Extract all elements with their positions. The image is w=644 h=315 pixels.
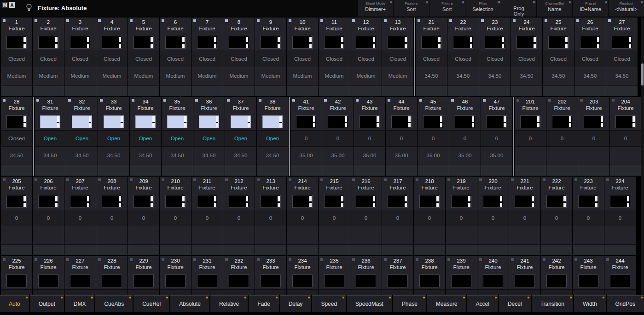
fixture-cell-38[interactable]: 38FixtureOpen34.50 xyxy=(257,97,288,176)
fixture-cell-232[interactable]: 232Fixture xyxy=(223,256,255,295)
fixture-cell-7[interactable]: 7FixtureClosedMedium xyxy=(191,17,223,96)
topbar-button-0[interactable]: Sheet ModeDimmer+ xyxy=(358,0,393,17)
fixture-cell-209[interactable]: 209Fixture0 xyxy=(128,177,159,255)
topbar-button-7[interactable]: Readout<Natural> xyxy=(609,0,644,17)
tab-auto[interactable]: Auto xyxy=(0,295,29,312)
fixture-cell-237[interactable]: 237Fixture xyxy=(382,256,413,295)
fixture-cell-31[interactable]: 31FixtureOpen34.50 xyxy=(35,97,66,176)
fixture-cell-34[interactable]: 34FixtureOpen34.50 xyxy=(130,97,161,176)
fixture-cell-25[interactable]: 25FixtureClosed34.50 xyxy=(543,17,574,96)
fixture-cell-37[interactable]: 37FixtureOpen34.50 xyxy=(225,97,256,176)
fixture-cell-229[interactable]: 229Fixture xyxy=(128,256,159,295)
fixture-cell-221[interactable]: 221Fixture0 xyxy=(509,177,540,255)
fixture-cell-47[interactable]: 47Fixture035.00 xyxy=(481,97,512,176)
tab-speedmast[interactable]: SpeedMast xyxy=(347,295,392,312)
fixture-cell-5[interactable]: 5FixtureClosedMedium xyxy=(128,17,159,96)
fixture-cell-212[interactable]: 212Fixture0 xyxy=(223,177,255,255)
tab-phase[interactable]: Phase xyxy=(393,295,426,312)
fixture-cell-243[interactable]: 243Fixture xyxy=(573,256,604,295)
fixture-cell-239[interactable]: 239Fixture xyxy=(446,256,477,295)
fixture-cell-46[interactable]: 46Fixture035.00 xyxy=(449,97,481,176)
fixture-cell-236[interactable]: 236Fixture xyxy=(350,256,382,295)
fixture-cell-21[interactable]: 21FixtureClosed34.50 xyxy=(416,17,447,96)
lamp-icon[interactable] xyxy=(26,3,32,12)
fixture-cell-222[interactable]: 222Fixture0 xyxy=(541,177,572,255)
topbar-button-6[interactable]: PresetID+Name xyxy=(573,0,608,17)
tab-relative[interactable]: Relative xyxy=(210,295,248,312)
fixture-cell-2[interactable]: 2FixtureClosedMedium xyxy=(33,17,64,96)
fixture-cell-226[interactable]: 226Fixture xyxy=(33,256,64,295)
fixture-cell-22[interactable]: 22FixtureClosed34.50 xyxy=(447,17,479,96)
fixture-cell-210[interactable]: 210Fixture0 xyxy=(160,177,191,255)
fixture-cell-3[interactable]: 3FixtureClosedMedium xyxy=(64,17,96,96)
fixture-cell-45[interactable]: 45Fixture035.00 xyxy=(418,97,449,176)
fixture-cell-234[interactable]: 234Fixture xyxy=(287,256,318,295)
fixture-cell-28[interactable]: 28FixtureClosed34.50 xyxy=(1,97,32,176)
tab-cueabs[interactable]: CueAbs xyxy=(95,295,133,312)
fixture-cell-230[interactable]: 230Fixture xyxy=(160,256,191,295)
tab-measure[interactable]: Measure xyxy=(427,295,466,312)
tab-decel[interactable]: Decel xyxy=(499,295,531,312)
fixture-cell-23[interactable]: 23FixtureClosed34.50 xyxy=(479,17,511,96)
fixture-cell-205[interactable]: 205Fixture0 xyxy=(1,177,32,255)
topbar-button-4[interactable]: Prog Only xyxy=(501,0,537,17)
fixture-cell-215[interactable]: 215Fixture0 xyxy=(319,177,350,255)
tab-transition[interactable]: Transition xyxy=(532,295,573,312)
topbar-button-3[interactable]: FilterSelection xyxy=(465,0,501,17)
tab-accel[interactable]: Accel xyxy=(467,295,498,312)
fixture-cell-235[interactable]: 235Fixture xyxy=(319,256,350,295)
fixture-cell-203[interactable]: 203Fixture0 xyxy=(578,97,609,176)
fixture-cell-43[interactable]: 43Fixture035.00 xyxy=(354,97,385,176)
fixture-cell-42[interactable]: 42Fixture035.00 xyxy=(322,97,354,176)
tab-width[interactable]: Width xyxy=(574,295,606,312)
fixture-cell-220[interactable]: 220Fixture0 xyxy=(477,177,509,255)
fixture-cell-219[interactable]: 219Fixture0 xyxy=(446,177,477,255)
fixture-cell-208[interactable]: 208Fixture0 xyxy=(96,177,128,255)
tab-cuerel[interactable]: CueRel xyxy=(133,295,169,312)
fixture-cell-204[interactable]: 204Fixture0 xyxy=(610,97,641,176)
vertical-scrollbar[interactable] xyxy=(641,17,644,295)
tab-delay[interactable]: Delay xyxy=(280,295,312,312)
fixture-cell-41[interactable]: 41Fixture035.00 xyxy=(290,97,322,176)
tab-output[interactable]: Output xyxy=(30,295,64,312)
tab-fade[interactable]: Fade xyxy=(249,295,278,312)
fixture-cell-228[interactable]: 228Fixture xyxy=(96,256,128,295)
fixture-cell-12[interactable]: 12FixtureClosedMedium xyxy=(350,17,382,96)
topbar-button-2[interactable]: FixtureSort xyxy=(429,0,465,17)
fixture-cell-244[interactable]: 244Fixture xyxy=(604,256,636,295)
tab-absolute[interactable]: Absolute xyxy=(170,295,209,312)
fixture-cell-1[interactable]: 1FixtureClosedMedium xyxy=(1,17,32,96)
fixture-cell-216[interactable]: 216Fixture0 xyxy=(350,177,382,255)
fixture-cell-218[interactable]: 218Fixture0 xyxy=(414,177,445,255)
fixture-cell-223[interactable]: 223Fixture0 xyxy=(573,177,604,255)
fixture-cell-24[interactable]: 24FixtureClosed34.50 xyxy=(511,17,542,96)
fixture-cell-4[interactable]: 4FixtureClosedMedium xyxy=(96,17,128,96)
fixture-cell-214[interactable]: 214Fixture0 xyxy=(287,177,318,255)
fixture-cell-207[interactable]: 207Fixture0 xyxy=(64,177,96,255)
fixture-cell-242[interactable]: 242Fixture xyxy=(541,256,572,295)
fixture-cell-240[interactable]: 240Fixture xyxy=(477,256,509,295)
fixture-cell-201[interactable]: 201Fixture0 xyxy=(515,97,546,176)
fixture-cell-224[interactable]: 224Fixture0 xyxy=(604,177,636,255)
fixture-cell-227[interactable]: 227Fixture xyxy=(64,256,96,295)
tab-speed[interactable]: Speed xyxy=(312,295,346,312)
fixture-cell-26[interactable]: 26FixtureClosed34.50 xyxy=(574,17,606,96)
fixture-cell-9[interactable]: 9FixtureClosedMedium xyxy=(255,17,286,96)
tab-dmx[interactable]: DMX xyxy=(65,295,95,312)
fixture-cell-13[interactable]: 13FixtureClosedMedium xyxy=(382,17,413,96)
fixture-cell-6[interactable]: 6FixtureClosedMedium xyxy=(160,17,191,96)
fixture-cell-10[interactable]: 10FixtureClosedMedium xyxy=(287,17,318,96)
fixture-cell-225[interactable]: 225Fixture xyxy=(1,256,32,295)
ma-logo[interactable]: M A xyxy=(2,2,15,8)
topbar-button-1[interactable]: FeatureSort xyxy=(394,0,429,17)
fixture-cell-213[interactable]: 213Fixture0 xyxy=(255,177,286,255)
fixture-cell-206[interactable]: 206Fixture0 xyxy=(33,177,64,255)
fixture-cell-8[interactable]: 8FixtureClosedMedium xyxy=(223,17,255,96)
tab-gridpos[interactable]: GridPos xyxy=(607,295,644,312)
fixture-cell-217[interactable]: 217Fixture0 xyxy=(382,177,413,255)
fixture-cell-32[interactable]: 32FixtureOpen34.50 xyxy=(66,97,98,176)
fixture-cell-233[interactable]: 233Fixture xyxy=(255,256,286,295)
fixture-cell-44[interactable]: 44Fixture035.00 xyxy=(386,97,417,176)
fixture-cell-238[interactable]: 238Fixture xyxy=(414,256,445,295)
fixture-cell-36[interactable]: 36FixtureOpen34.50 xyxy=(193,97,225,176)
